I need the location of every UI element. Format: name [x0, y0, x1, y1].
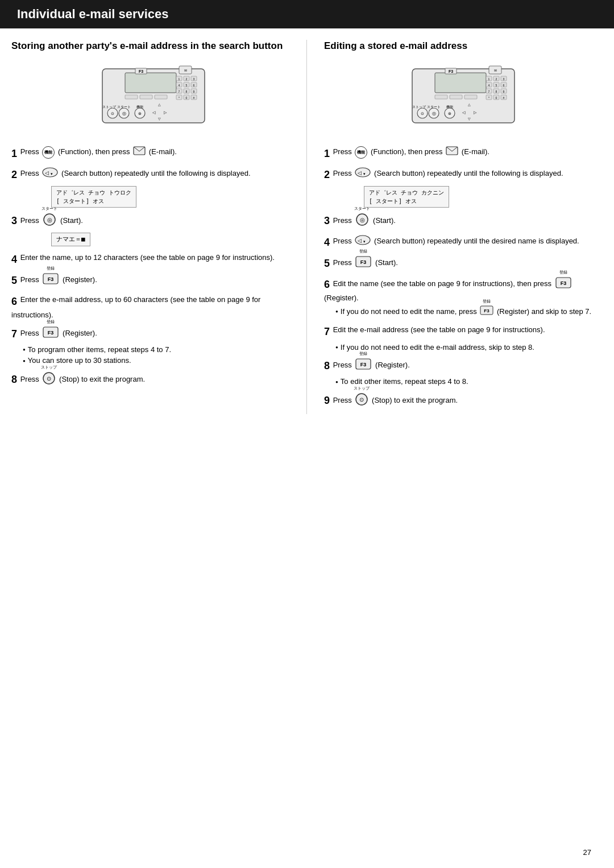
svg-text:F3: F3	[484, 308, 490, 313]
svg-text:▾: ▾	[363, 172, 366, 176]
right-step-8-bullets: To edit other items, repeat steps 4 to 8…	[335, 376, 603, 387]
f3-register-icon-l7: 登録 F3	[43, 326, 59, 341]
svg-text:⊙: ⊙	[359, 396, 364, 403]
svg-text:4: 4	[178, 84, 180, 87]
left-step-8: 8 Press ストップ ⊙ (Stop) to exit the progra…	[11, 372, 295, 388]
svg-text:△: △	[468, 103, 471, 106]
svg-rect-1	[125, 73, 176, 93]
svg-text:6: 6	[503, 84, 505, 87]
start-icon-l3: スタート ◎	[43, 213, 56, 229]
svg-text:1: 1	[178, 77, 180, 81]
left-step-7: 7 Press 登録 F3 (Register). To program oth…	[11, 326, 295, 366]
device-diagram-left: F3 ✉ 1 2 3 4 5 6	[11, 60, 295, 136]
svg-text:6: 6	[193, 84, 194, 87]
svg-text:⊛: ⊛	[448, 111, 451, 115]
left-step-6: 6 Enter the e-mail address, up to 60 cha…	[11, 294, 295, 321]
svg-text:✉: ✉	[184, 69, 186, 72]
svg-text:⊙: ⊙	[47, 375, 51, 382]
svg-text:ストップ スタート: ストップ スタート	[102, 105, 131, 109]
svg-text:8: 8	[185, 90, 187, 93]
svg-text:9: 9	[503, 90, 505, 93]
svg-text:5: 5	[185, 84, 187, 87]
svg-rect-58	[435, 73, 486, 93]
page-title: Individual e-mail services	[17, 7, 169, 21]
svg-text:◎: ◎	[47, 217, 52, 223]
bullet-item: If you do not need to edit the name, pre…	[335, 305, 603, 319]
stop-icon-l8: ストップ ⊙	[43, 372, 55, 388]
svg-text:⊛: ⊛	[138, 111, 142, 115]
svg-text:1: 1	[488, 77, 490, 81]
search-arrow-icon-r4: ◁▾	[355, 235, 371, 249]
svg-rect-89	[464, 95, 477, 99]
svg-rect-31	[140, 95, 152, 99]
search-arrow-icon-l2: ◁▾	[42, 167, 58, 181]
left-step-4: 4 Enter the name, up to 12 characters (s…	[11, 252, 295, 267]
left-step-7-bullets: To program other items, repeat steps 4 t…	[23, 344, 295, 366]
svg-text:3: 3	[503, 77, 505, 81]
svg-text:F3: F3	[48, 276, 54, 282]
stop-icon-r9: ストップ ⊙	[355, 393, 368, 409]
right-step-1: 1 Press 機能 (Function), then press (E-mai…	[324, 146, 603, 162]
svg-text:▾: ▾	[51, 172, 53, 176]
start-icon-r3: スタート ◎	[356, 213, 368, 229]
f3-start-icon-r5: 登録 F3	[355, 256, 371, 271]
svg-text:△: △	[157, 103, 160, 106]
svg-text:4: 4	[488, 84, 490, 87]
svg-text:◁: ◁	[45, 170, 49, 176]
right-step-6: 6 Edit the name (see the table on page 9…	[324, 277, 603, 319]
svg-text:0: 0	[496, 96, 497, 100]
svg-text:7: 7	[178, 90, 180, 93]
right-section-title: Editing a stored e-mail address	[324, 40, 603, 52]
svg-rect-30	[125, 95, 138, 99]
right-step-3: 3 Press スタート ◎ (Start).	[324, 213, 603, 229]
display-box-r2: アド゛レス チョウ カクニン [ スタート] オス	[364, 186, 449, 208]
device-diagram-right: F3 ✉ 1 2 3 4 5 6 7	[324, 60, 603, 136]
f3-register-icon-r6b: 登録 F3	[480, 305, 493, 319]
svg-text:2: 2	[496, 77, 497, 81]
svg-text:◁: ◁	[358, 170, 362, 176]
email-icon-l1	[133, 146, 146, 159]
svg-text:#: #	[503, 96, 505, 100]
svg-text:F3: F3	[560, 280, 566, 286]
svg-text:#: #	[193, 96, 194, 100]
svg-text:✉: ✉	[494, 69, 497, 72]
svg-text:⊙: ⊙	[111, 111, 114, 115]
left-step-1: 1 Press 機能 (Function), then press (E-mai…	[11, 146, 295, 162]
svg-text:F3: F3	[449, 69, 453, 73]
svg-text:ストップ スタート: ストップ スタート	[412, 105, 441, 109]
f3-register-icon-r8: 登録 F3	[355, 358, 371, 373]
left-step-3: 3 Press スタート ◎ (Start). ナマエ＝■	[11, 213, 295, 246]
page-header: Individual e-mail services	[0, 0, 614, 28]
svg-text:*: *	[179, 96, 180, 100]
right-step-9: 9 Press ストップ ⊙ (Stop) to exit the progra…	[324, 393, 603, 409]
bullet-item: To edit other items, repeat steps 4 to 8…	[335, 376, 603, 387]
bullet-item: To program other items, repeat steps 4 t…	[23, 344, 295, 356]
svg-rect-32	[155, 95, 167, 99]
svg-text:F3: F3	[360, 259, 367, 265]
svg-text:◁: ◁	[358, 238, 362, 243]
svg-text:9: 9	[193, 90, 194, 93]
right-step-4: 4 Press ◁▾ (Search button) repeatedly un…	[324, 235, 603, 250]
left-section-title: Storing another party's e-mail address i…	[11, 40, 295, 52]
svg-text:0: 0	[185, 96, 187, 100]
search-arrow-icon-r2: ◁▾	[355, 167, 371, 181]
svg-text:▽: ▽	[157, 117, 160, 121]
bullet-item: If you do not need to edit the e-mail ad…	[335, 342, 603, 353]
f3-register-icon-l5: 登録 F3	[43, 273, 59, 288]
right-step-7: 7 Edit the e-mail address (see the table…	[324, 324, 603, 353]
svg-text:▾: ▾	[363, 239, 366, 243]
left-section: Storing another party's e-mail address i…	[11, 40, 307, 414]
svg-text:◎: ◎	[122, 111, 126, 116]
right-step-7-bullets: If you do not need to edit the e-mail ad…	[335, 342, 603, 353]
svg-text:▽: ▽	[468, 117, 471, 121]
function-icon-r1: 機能	[355, 146, 367, 159]
svg-text:F3: F3	[138, 69, 143, 73]
left-step-2: 2 Press ◁▾ (Search button) repeatedly un…	[11, 167, 295, 208]
svg-text:*: *	[488, 96, 489, 100]
svg-text:F3: F3	[48, 330, 54, 336]
display-box-l2: アド゛レス チョウ トウロク [ スタート] オス	[51, 186, 136, 208]
svg-text:2: 2	[185, 77, 187, 81]
f3-register-icon-r6: 登録 F3	[555, 277, 571, 292]
right-step-6-bullets: If you do not need to edit the name, pre…	[335, 305, 603, 319]
page-number: 27	[583, 848, 591, 857]
